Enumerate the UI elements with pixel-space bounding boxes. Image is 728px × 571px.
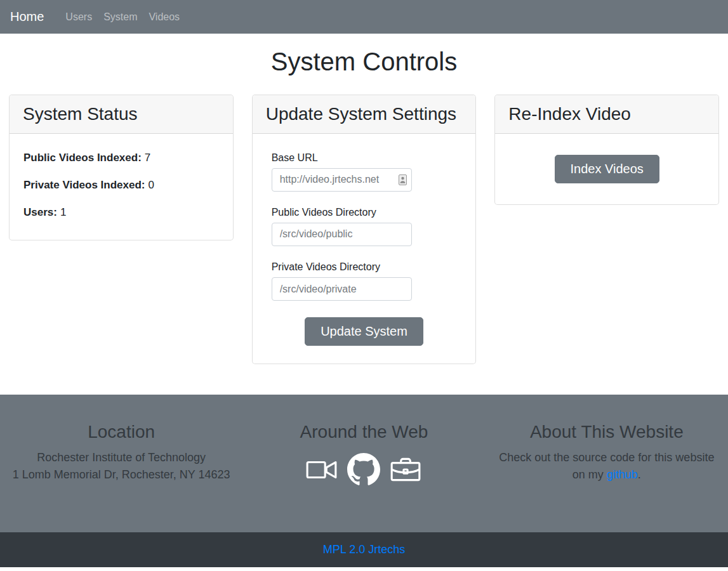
github-link[interactable]: github xyxy=(607,468,638,481)
github-icon[interactable] xyxy=(347,453,380,486)
location-line1: Rochester Institute of Technology xyxy=(6,449,236,466)
update-system-button[interactable]: Update System xyxy=(305,317,423,346)
nav-item-system[interactable]: System xyxy=(98,11,143,23)
about-heading: About This Website xyxy=(492,421,722,443)
status-label: Users: xyxy=(23,206,57,218)
license-link[interactable]: MPL 2.0 Jrtechs xyxy=(323,543,405,556)
autofill-icon xyxy=(399,174,407,188)
status-value: 0 xyxy=(148,179,154,191)
status-row-users: Users:1 xyxy=(23,204,219,221)
location-heading: Location xyxy=(6,421,236,443)
private-dir-label: Private Videos Directory xyxy=(272,261,457,273)
footer-location: Location Rochester Institute of Technolo… xyxy=(0,421,242,532)
base-url-input[interactable] xyxy=(272,168,412,192)
system-status-body: Public Videos Indexed:7 Private Videos I… xyxy=(10,134,233,240)
page-title: System Controls xyxy=(0,46,728,77)
private-dir-input[interactable] xyxy=(272,277,412,301)
bottom-bar: MPL 2.0 Jrtechs xyxy=(0,532,728,567)
site-footer: Location Rochester Institute of Technolo… xyxy=(0,395,728,532)
public-dir-input[interactable] xyxy=(272,223,412,246)
status-label: Public Videos Indexed: xyxy=(23,152,142,164)
location-line2: 1 Lomb Memorial Dr, Rochester, NY 14623 xyxy=(6,466,236,483)
status-value: 7 xyxy=(145,152,150,164)
social-icons-row xyxy=(249,453,479,486)
status-value: 1 xyxy=(60,206,66,218)
footer-about: About This Website Check out the source … xyxy=(486,421,728,532)
update-settings-form: Base URL Public Videos Directory xyxy=(253,134,476,364)
footer-around-the-web: Around the Web xyxy=(242,421,485,532)
public-dir-group: Public Videos Directory xyxy=(272,206,457,246)
around-the-web-heading: Around the Web xyxy=(249,421,479,443)
system-status-card: System Status Public Videos Indexed:7 Pr… xyxy=(9,95,234,240)
navbar: Home Users System Videos xyxy=(0,0,728,34)
about-text: Check out the source code for this websi… xyxy=(492,449,722,483)
index-videos-button[interactable]: Index Videos xyxy=(555,155,659,183)
base-url-group: Base URL xyxy=(272,152,457,192)
public-dir-label: Public Videos Directory xyxy=(272,206,457,218)
status-label: Private Videos Indexed: xyxy=(23,179,145,191)
system-status-title: System Status xyxy=(10,95,233,134)
nav-item-videos[interactable]: Videos xyxy=(143,11,185,23)
reindex-title: Re-Index Video xyxy=(495,95,718,134)
nav-brand-home[interactable]: Home xyxy=(10,10,44,24)
reindex-body: Index Videos xyxy=(495,134,718,204)
about-text-after: . xyxy=(638,468,641,481)
status-row-private: Private Videos Indexed:0 xyxy=(23,176,219,194)
private-dir-group: Private Videos Directory xyxy=(272,261,457,301)
video-camera-icon[interactable] xyxy=(305,457,338,482)
status-row-public: Public Videos Indexed:7 xyxy=(23,149,219,166)
update-settings-title: Update System Settings xyxy=(253,95,476,134)
nav-item-users[interactable]: Users xyxy=(60,11,98,23)
briefcase-icon[interactable] xyxy=(389,456,422,483)
reindex-card: Re-Index Video Index Videos xyxy=(494,95,719,205)
base-url-label: Base URL xyxy=(272,152,457,164)
cards-row: System Status Public Videos Indexed:7 Pr… xyxy=(0,95,728,364)
update-settings-card: Update System Settings Base URL Publ xyxy=(252,95,477,364)
